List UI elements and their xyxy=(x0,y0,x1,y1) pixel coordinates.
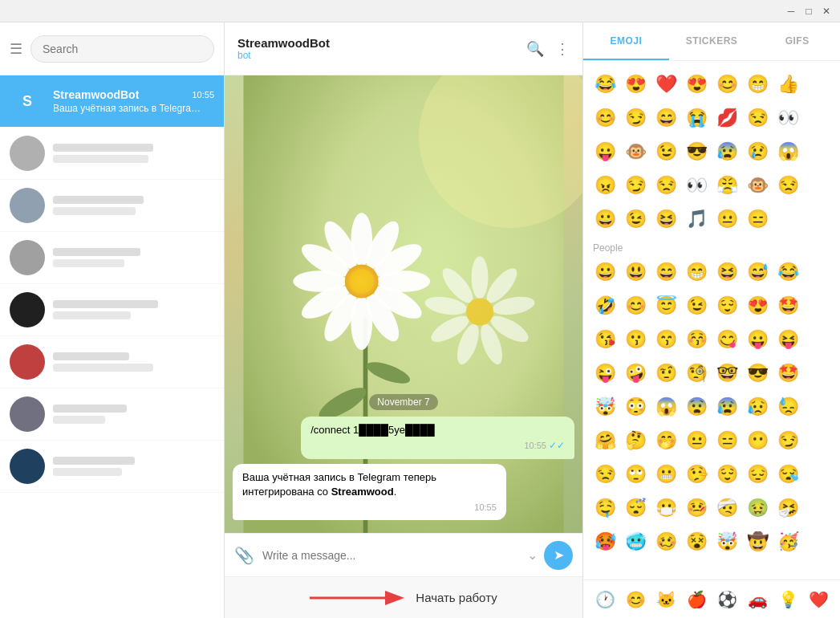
search-icon[interactable]: 🔍 xyxy=(526,40,544,58)
emoji-cell[interactable]: 😀 xyxy=(590,257,620,287)
emoji-cell[interactable]: 😛 xyxy=(590,136,620,167)
emoji-cell[interactable]: 😭 xyxy=(681,103,712,133)
emoji-cell[interactable]: 😒 xyxy=(773,170,803,201)
emoji-cell[interactable]: 😜 xyxy=(590,358,620,388)
emoji-cell[interactable]: 😙 xyxy=(651,324,681,355)
emoji-cell[interactable]: 🧐 xyxy=(681,358,712,388)
message-input[interactable] xyxy=(262,549,521,562)
emoji-cell[interactable]: 🤗 xyxy=(590,425,620,456)
emoji-cell[interactable]: 🤨 xyxy=(651,358,681,388)
emoji-cell[interactable]: 😐 xyxy=(712,204,742,234)
emoji-cell[interactable]: 🤢 xyxy=(742,493,773,523)
emoji-cell[interactable]: 😨 xyxy=(681,392,712,422)
emoji-cell[interactable]: 🤒 xyxy=(681,493,712,523)
emoji-cell[interactable]: 🤭 xyxy=(651,425,681,456)
emoji-footer-icon-6[interactable]: 💡 xyxy=(775,587,801,612)
emoji-cell[interactable]: 😗 xyxy=(620,324,651,355)
emoji-footer-icon-5[interactable]: 🚗 xyxy=(745,587,771,612)
emoji-footer-icon-7[interactable]: ❤️ xyxy=(806,587,832,612)
emoji-cell[interactable]: 😘 xyxy=(590,324,620,355)
emoji-footer-icon-3[interactable]: 🍎 xyxy=(684,587,710,612)
emoji-cell[interactable]: 😍 xyxy=(742,291,773,321)
emoji-cell[interactable]: 😒 xyxy=(590,459,620,490)
emoji-cell[interactable]: 😅 xyxy=(742,257,773,287)
emoji-cell[interactable]: 😷 xyxy=(651,493,681,523)
emoji-cell[interactable]: 😠 xyxy=(590,170,620,201)
emoji-cell[interactable]: 🎵 xyxy=(681,204,712,234)
emoji-cell[interactable]: 🙄 xyxy=(620,459,651,490)
emoji-cell[interactable]: 😋 xyxy=(712,324,742,355)
emoji-cell[interactable]: 🐵 xyxy=(620,136,651,167)
emoji-cell[interactable]: 😰 xyxy=(712,136,742,167)
emoji-footer-icon-0[interactable]: 🕐 xyxy=(592,587,619,612)
emoji-cell[interactable]: 😁 xyxy=(742,69,773,100)
chat-item[interactable] xyxy=(0,388,224,441)
emoji-cell[interactable]: 🤯 xyxy=(712,527,742,557)
emoji-cell[interactable]: 😒 xyxy=(651,170,681,201)
chat-item[interactable]: SStreamwoodBot10:55Ваша учётная запись в… xyxy=(0,75,224,128)
emoji-footer-icon-1[interactable]: 😊 xyxy=(623,587,649,612)
emoji-cell[interactable]: 😒 xyxy=(742,103,773,133)
emoji-cell[interactable]: 😍 xyxy=(681,69,712,100)
emoji-cell[interactable]: 🤠 xyxy=(742,527,773,557)
restore-button[interactable]: □ xyxy=(801,4,816,18)
emoji-cell[interactable]: 😌 xyxy=(712,459,742,490)
emoji-cell[interactable]: 😥 xyxy=(742,392,773,422)
emoji-cell[interactable]: 😏 xyxy=(620,170,651,201)
emoji-cell[interactable]: 😐 xyxy=(681,425,712,456)
emoji-cell[interactable]: 🥵 xyxy=(590,527,620,557)
emoji-footer-icon-2[interactable]: 🐱 xyxy=(653,587,680,612)
emoji-cell[interactable]: 😏 xyxy=(620,103,651,133)
emoji-cell[interactable]: 👀 xyxy=(773,103,803,133)
emoji-cell[interactable]: 😰 xyxy=(712,392,742,422)
emoji-cell[interactable]: 🤪 xyxy=(620,358,651,388)
emoji-cell[interactable]: 😉 xyxy=(651,136,681,167)
emoji-cell[interactable]: 😬 xyxy=(651,459,681,490)
emoji-cell[interactable]: 😂 xyxy=(773,257,803,287)
emoji-cell[interactable]: 😳 xyxy=(620,392,651,422)
emoji-cell[interactable]: 😑 xyxy=(742,204,773,234)
emoji-cell[interactable]: 😁 xyxy=(681,257,712,287)
emoji-cell[interactable]: 😉 xyxy=(620,204,651,234)
chat-item[interactable] xyxy=(0,336,224,388)
emoji-cell[interactable]: 👍 xyxy=(773,69,803,100)
hamburger-icon[interactable]: ☰ xyxy=(10,40,22,58)
emoji-cell[interactable]: 😊 xyxy=(620,291,651,321)
chat-item[interactable] xyxy=(0,284,224,336)
emoji-cell[interactable]: 😝 xyxy=(773,324,803,355)
emoji-cell[interactable]: 😍 xyxy=(620,69,651,100)
emoji-cell[interactable]: ❤️ xyxy=(651,69,681,100)
emoji-cell[interactable]: 😀 xyxy=(590,204,620,234)
close-button[interactable]: ✕ xyxy=(819,4,834,18)
emoji-cell[interactable]: 😂 xyxy=(590,69,620,100)
emoji-cell[interactable]: 😱 xyxy=(651,392,681,422)
chevron-down-icon[interactable]: ⌄ xyxy=(527,547,538,563)
emoji-cell[interactable]: 😌 xyxy=(712,291,742,321)
emoji-cell[interactable]: 😆 xyxy=(651,204,681,234)
emoji-cell[interactable]: 😑 xyxy=(712,425,742,456)
emoji-tab-gifs[interactable]: GIFS xyxy=(754,22,840,60)
send-button[interactable]: ➤ xyxy=(544,541,573,570)
emoji-cell[interactable]: 🤓 xyxy=(712,358,742,388)
emoji-cell[interactable]: 😢 xyxy=(742,136,773,167)
emoji-cell[interactable]: 😇 xyxy=(651,291,681,321)
emoji-cell[interactable]: 😪 xyxy=(773,459,803,490)
chat-item[interactable] xyxy=(0,180,224,232)
emoji-cell[interactable]: 😓 xyxy=(773,392,803,422)
emoji-cell[interactable]: 😴 xyxy=(620,493,651,523)
emoji-footer-icon-4[interactable]: ⚽ xyxy=(714,587,741,612)
minimize-button[interactable]: ─ xyxy=(784,4,798,18)
emoji-cell[interactable]: 😤 xyxy=(712,170,742,201)
emoji-cell[interactable]: 😉 xyxy=(681,291,712,321)
emoji-cell[interactable]: 😶 xyxy=(742,425,773,456)
search-input[interactable] xyxy=(30,35,214,63)
emoji-cell[interactable]: 😛 xyxy=(742,324,773,355)
emoji-cell[interactable]: 🐵 xyxy=(742,170,773,201)
emoji-cell[interactable]: 🤥 xyxy=(681,459,712,490)
emoji-cell[interactable]: 🥳 xyxy=(773,527,803,557)
emoji-cell[interactable]: 😄 xyxy=(651,257,681,287)
chat-item[interactable] xyxy=(0,232,224,284)
emoji-cell[interactable]: 😵 xyxy=(681,527,712,557)
emoji-cell[interactable]: 🤣 xyxy=(590,291,620,321)
emoji-cell[interactable]: 👀 xyxy=(681,170,712,201)
